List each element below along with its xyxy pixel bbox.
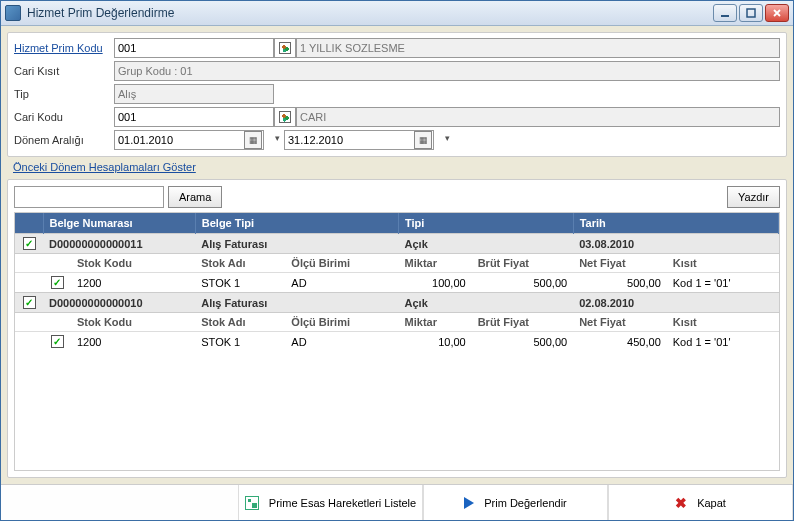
line-stok-kodu: 1200 xyxy=(71,332,195,352)
line-kisit: Kod 1 = '01' xyxy=(667,332,779,352)
cari-kodu-lookup-icon[interactable] xyxy=(274,107,296,127)
label-tip: Tip xyxy=(14,88,114,100)
sub-stok-adi: Stok Adı xyxy=(195,254,285,273)
print-button[interactable]: Yazdır xyxy=(727,186,780,208)
close-x-icon: ✖ xyxy=(675,495,687,511)
group-belge-no: D00000000000011 xyxy=(43,234,195,254)
line-brut: 500,00 xyxy=(472,332,573,352)
close-button[interactable] xyxy=(765,4,789,22)
calendar-icon[interactable]: ▦ xyxy=(414,131,432,149)
data-grid: Belge Numarası Belge Tipi Tipi Tarih ✓D0… xyxy=(15,213,779,351)
cari-kisit-input xyxy=(114,61,780,81)
app-icon xyxy=(5,5,21,21)
group-belge-no: D00000000000010 xyxy=(43,293,195,313)
sub-kisit: Kısıt xyxy=(667,313,779,332)
data-row[interactable]: ✓1200STOK 1AD10,00500,00450,00Kod 1 = '0… xyxy=(15,332,779,352)
listele-label: Prime Esas Hareketleri Listele xyxy=(269,497,416,509)
date-start-input[interactable] xyxy=(114,130,264,150)
kapat-button[interactable]: ✖ Kapat xyxy=(608,485,793,520)
sub-miktar: Miktar xyxy=(399,313,472,332)
col-tipi[interactable]: Tipi xyxy=(399,213,574,234)
title-bar: Hizmet Prim Değerlendirme xyxy=(1,1,793,26)
group-row[interactable]: ✓D00000000000010Alış FaturasıAçık02.08.2… xyxy=(15,293,779,313)
col-tarih[interactable]: Tarih xyxy=(573,213,778,234)
line-olcu: AD xyxy=(285,273,398,293)
svg-rect-0 xyxy=(721,15,729,17)
window-title: Hizmet Prim Değerlendirme xyxy=(27,6,713,20)
degerlendir-label: Prim Değerlendir xyxy=(484,497,567,509)
kapat-label: Kapat xyxy=(697,497,726,509)
line-checkbox[interactable]: ✓ xyxy=(51,276,64,289)
search-input[interactable] xyxy=(14,186,164,208)
date-end-input[interactable] xyxy=(284,130,434,150)
group-checkbox[interactable]: ✓ xyxy=(23,296,36,309)
line-miktar: 100,00 xyxy=(399,273,472,293)
group-row[interactable]: ✓D00000000000011Alış FaturasıAçık03.08.2… xyxy=(15,234,779,254)
chevron-down-icon[interactable]: ▾ xyxy=(275,133,280,143)
tree-icon xyxy=(245,496,259,510)
group-tarih: 03.08.2010 xyxy=(573,234,778,254)
play-icon xyxy=(464,497,474,509)
subheader-row: Stok KoduStok AdıÖlçü BirimiMiktarBrüt F… xyxy=(15,313,779,332)
hizmet-prim-kodu-input[interactable] xyxy=(114,38,274,58)
chevron-down-icon[interactable]: ▾ xyxy=(445,133,450,143)
sub-olcu: Ölçü Birimi xyxy=(285,254,398,273)
sub-net: Net Fiyat xyxy=(573,313,667,332)
group-tipi: Açık xyxy=(399,234,574,254)
sub-brut: Brüt Fiyat xyxy=(472,313,573,332)
data-row[interactable]: ✓1200STOK 1AD100,00500,00500,00Kod 1 = '… xyxy=(15,273,779,293)
line-stok-adi: STOK 1 xyxy=(195,332,285,352)
line-checkbox[interactable]: ✓ xyxy=(51,335,64,348)
sub-miktar: Miktar xyxy=(399,254,472,273)
grid-header-row: Belge Numarası Belge Tipi Tipi Tarih xyxy=(15,213,779,234)
sub-net: Net Fiyat xyxy=(573,254,667,273)
listele-button[interactable]: Prime Esas Hareketleri Listele xyxy=(238,485,423,520)
label-cari-kisit: Cari Kısıt xyxy=(14,65,114,77)
date-start-wrap: ▦ ▾ xyxy=(114,130,264,150)
degerlendir-button[interactable]: Prim Değerlendir xyxy=(423,485,608,520)
svg-rect-1 xyxy=(747,9,755,17)
bottom-toolbar: Prime Esas Hareketleri Listele Prim Değe… xyxy=(1,484,793,520)
sub-stok-kodu: Stok Kodu xyxy=(71,313,195,332)
previous-calculations-link[interactable]: Önceki Dönem Hesaplamaları Göster xyxy=(13,161,781,173)
label-hizmet-prim-kodu[interactable]: Hizmet Prim Kodu xyxy=(14,42,114,54)
date-end-wrap: ▦ ▾ xyxy=(284,130,434,150)
col-check[interactable] xyxy=(15,213,43,234)
hizmet-prim-kodu-lookup-icon[interactable] xyxy=(274,38,296,58)
col-belge-no[interactable]: Belge Numarası xyxy=(43,213,195,234)
col-belge-tipi[interactable]: Belge Tipi xyxy=(195,213,398,234)
sub-stok-kodu: Stok Kodu xyxy=(71,254,195,273)
cari-kodu-input[interactable] xyxy=(114,107,274,127)
label-donem: Dönem Aralığı xyxy=(14,134,114,146)
line-net: 450,00 xyxy=(573,332,667,352)
sub-stok-adi: Stok Adı xyxy=(195,313,285,332)
cari-kodu-desc xyxy=(296,107,780,127)
search-button[interactable]: Arama xyxy=(168,186,222,208)
line-kisit: Kod 1 = '01' xyxy=(667,273,779,293)
window-controls xyxy=(713,4,789,22)
sub-olcu: Ölçü Birimi xyxy=(285,313,398,332)
form-panel: Hizmet Prim Kodu Cari Kısıt Tip Cari Kod… xyxy=(7,32,787,157)
line-brut: 500,00 xyxy=(472,273,573,293)
line-miktar: 10,00 xyxy=(399,332,472,352)
main-window: Hizmet Prim Değerlendirme Hizmet Prim Ko… xyxy=(0,0,794,521)
label-cari-kodu: Cari Kodu xyxy=(14,111,114,123)
hizmet-prim-kodu-desc xyxy=(296,38,780,58)
group-belge-tipi: Alış Faturası xyxy=(195,293,398,313)
group-tarih: 02.08.2010 xyxy=(573,293,778,313)
minimize-button[interactable] xyxy=(713,4,737,22)
grid-panel: Arama Yazdır Belge Numarası Belge Tipi T… xyxy=(7,179,787,478)
group-belge-tipi: Alış Faturası xyxy=(195,234,398,254)
line-net: 500,00 xyxy=(573,273,667,293)
group-checkbox[interactable]: ✓ xyxy=(23,237,36,250)
line-stok-kodu: 1200 xyxy=(71,273,195,293)
subheader-row: Stok KoduStok AdıÖlçü BirimiMiktarBrüt F… xyxy=(15,254,779,273)
line-stok-adi: STOK 1 xyxy=(195,273,285,293)
maximize-button[interactable] xyxy=(739,4,763,22)
calendar-icon[interactable]: ▦ xyxy=(244,131,262,149)
sub-kisit: Kısıt xyxy=(667,254,779,273)
grid-scroll[interactable]: Belge Numarası Belge Tipi Tipi Tarih ✓D0… xyxy=(14,212,780,471)
group-tipi: Açık xyxy=(399,293,574,313)
line-olcu: AD xyxy=(285,332,398,352)
tip-input xyxy=(114,84,274,104)
